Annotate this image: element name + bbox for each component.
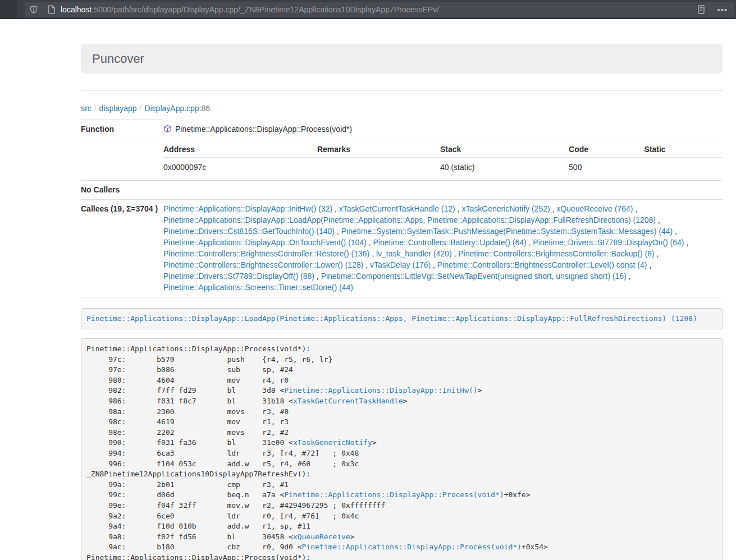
callee-link[interactable]: Pinetime::Controllers::BrightnessControl… [458, 249, 654, 258]
callee-separator: , [627, 272, 631, 281]
callee-link[interactable]: xTaskGetCurrentTaskHandle (12) [339, 204, 455, 213]
disasm-symbol-link[interactable]: Pinetime::Applications::DisplayApp::Init… [284, 386, 477, 394]
details-row: Address Remarks Stack Code Static 0x0000… [81, 140, 723, 180]
callee-separator: , [367, 238, 373, 247]
column-header-address: Address [163, 145, 317, 158]
url-path: :5000/path/src/displayapp/DisplayApp.cpp… [92, 5, 439, 14]
callee-link[interactable]: Pinetime::Applications::DisplayApp::Load… [163, 215, 656, 224]
callee-separator: , [455, 204, 462, 213]
page-actions-icon[interactable]: ••• [715, 6, 730, 14]
callee-link[interactable]: Pinetime::Drivers::St7789::DisplayOff() … [163, 272, 314, 281]
package-icon [163, 125, 172, 136]
url-text[interactable]: localhost:5000/path/src/displayapp/Displ… [61, 5, 697, 14]
column-header-stack: Stack [440, 145, 569, 158]
url-bar-separator [43, 5, 43, 14]
callees-row: Callees (19, Σ=3704 ) Pinetime::Applicat… [81, 199, 723, 297]
callee-separator: , [314, 272, 321, 281]
callee-link[interactable]: Pinetime::Controllers::Battery::Update()… [373, 238, 527, 247]
loadapp-link[interactable]: Pinetime::Applications::DisplayApp::Load… [86, 314, 697, 323]
table-row: 0x0000097c 40 (static) 500 [163, 157, 723, 176]
callee-link[interactable]: Pinetime::Controllers::BrightnessControl… [163, 260, 363, 269]
column-header-code: Code [569, 145, 644, 158]
url-bar[interactable]: localhost:5000/path/src/displayapp/Displ… [25, 2, 734, 17]
callee-link[interactable]: Pinetime::Applications::DisplayApp::Init… [163, 204, 332, 213]
column-header-static: Static [644, 145, 723, 158]
no-callers-label: No Callers [81, 180, 163, 199]
callee-separator: , [335, 227, 341, 236]
callee-link[interactable]: Pinetime::Drivers::Cst816S::GetTouchInfo… [163, 227, 335, 236]
static-value [644, 157, 723, 176]
callee-separator: , [431, 260, 437, 269]
function-label: Function [81, 120, 163, 140]
callee-link[interactable]: lv_task_handler (420) [376, 249, 452, 258]
callee-separator: , [656, 215, 660, 224]
loadapp-snippet: Pinetime::Applications::DisplayApp::Load… [81, 308, 723, 330]
callee-link[interactable]: Pinetime::System::SystemTask::PushMessag… [341, 227, 673, 236]
callee-separator: , [684, 238, 689, 247]
callee-separator: , [550, 204, 557, 213]
url-bar-separator [710, 5, 710, 14]
disassembly-listing: Pinetime::Applications::DisplayApp::Proc… [81, 338, 723, 560]
callee-link[interactable]: Pinetime::Components::LittleVgl::SetNewT… [321, 272, 627, 281]
callee-link[interactable]: Pinetime::Applications::Screens::Timer::… [163, 283, 353, 292]
callee-separator: , [452, 249, 459, 258]
page-icon[interactable] [48, 5, 56, 14]
callee-separator: , [633, 204, 637, 213]
callee-separator: , [673, 227, 677, 236]
remarks-value [317, 157, 440, 176]
column-header-remarks: Remarks [317, 145, 440, 158]
function-row: Function Pinetime::Applications::Display… [81, 120, 723, 140]
callee-separator: , [527, 238, 533, 247]
disasm-symbol-link[interactable]: xTaskGetCurrentTaskHandle [293, 397, 403, 405]
disasm-symbol-link[interactable]: Pinetime::Applications::DisplayApp::Proc… [302, 543, 522, 551]
callees-list: Pinetime::Applications::DisplayApp::Init… [163, 199, 723, 297]
callee-link[interactable]: Pinetime::Applications::DisplayApp::OnTo… [163, 238, 367, 247]
breadcrumb-separator: / [137, 104, 145, 113]
breadcrumb: src/displayapp/DisplayApp.cpp:86 [81, 103, 723, 114]
callee-link[interactable]: vTaskDelay (176) [370, 260, 431, 269]
callee-link[interactable]: Pinetime::Controllers::BrightnessControl… [437, 260, 647, 269]
breadcrumb-line-number: :86 [199, 104, 210, 113]
disasm-symbol-link[interactable]: xQueueReceive [293, 533, 350, 541]
function-table: Function Pinetime::Applications::Display… [81, 120, 723, 297]
page-title: Puncover [92, 52, 144, 66]
callee-separator: , [655, 249, 659, 258]
page-container: Puncover src/displayapp/DisplayApp.cpp:8… [81, 44, 723, 560]
callee-separator: , [332, 204, 339, 213]
callee-link[interactable]: xQueueReceive (764) [556, 204, 633, 213]
details-cell: Address Remarks Stack Code Static 0x0000… [163, 140, 723, 180]
disasm-symbol-link[interactable]: xTaskGenericNotify [293, 438, 372, 447]
window-edge [0, 0, 17, 19]
details-table: Address Remarks Stack Code Static 0x0000… [163, 145, 723, 176]
divider [81, 90, 723, 91]
stack-value: 40 (static) [440, 157, 569, 176]
no-callers-row: No Callers [81, 180, 723, 199]
address-value: 0x0000097c [163, 157, 317, 176]
callees-label: Callees (19, Σ=3704 ) [81, 199, 163, 297]
no-callers-value [163, 180, 723, 199]
shield-icon[interactable] [29, 5, 38, 14]
callee-link[interactable]: xTaskGenericNotify (252) [461, 204, 550, 213]
breadcrumb-link[interactable]: DisplayApp.cpp [144, 104, 199, 113]
breadcrumb-separator: / [92, 104, 99, 113]
breadcrumb-link[interactable]: displayapp [99, 104, 137, 113]
details-label-empty [81, 140, 163, 180]
reader-mode-icon[interactable] [697, 5, 705, 14]
callee-separator: , [369, 249, 376, 258]
callee-separator: , [363, 260, 370, 269]
callee-link[interactable]: Pinetime::Controllers::BrightnessControl… [163, 249, 369, 258]
disasm-symbol-link[interactable]: Pinetime::Applications::DisplayApp::Proc… [284, 490, 504, 499]
page-title-box: Puncover [81, 44, 723, 74]
details-header-row: Address Remarks Stack Code Static [163, 145, 723, 158]
callee-separator: , [647, 260, 651, 269]
browser-chrome: localhost:5000/path/src/displayapp/Displ… [0, 0, 736, 19]
callee-link[interactable]: Pinetime::Drivers::St7789::DisplayOn() (… [533, 238, 684, 247]
function-value: Pinetime::Applications::DisplayApp::Proc… [163, 120, 723, 140]
code-value: 500 [569, 157, 644, 176]
url-host: localhost [61, 5, 92, 14]
breadcrumb-link[interactable]: src [81, 104, 92, 113]
function-name: Pinetime::Applications::DisplayApp::Proc… [175, 125, 352, 134]
